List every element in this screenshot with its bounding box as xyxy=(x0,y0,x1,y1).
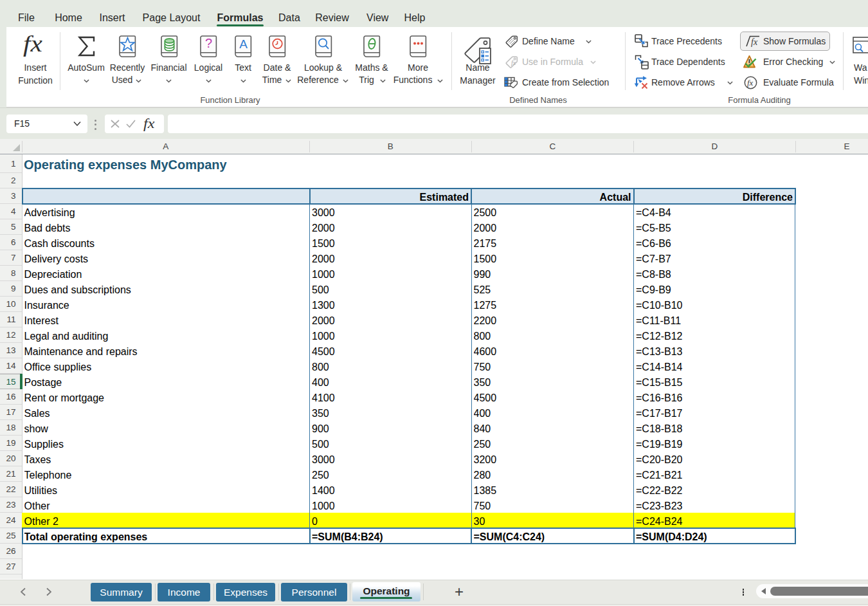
svg-text:fx: fx xyxy=(747,78,754,87)
svg-text:?: ? xyxy=(205,36,212,50)
svg-text:A: A xyxy=(239,37,248,51)
svg-text:fx: fx xyxy=(511,59,516,66)
svg-text:fx: fx xyxy=(751,37,758,47)
